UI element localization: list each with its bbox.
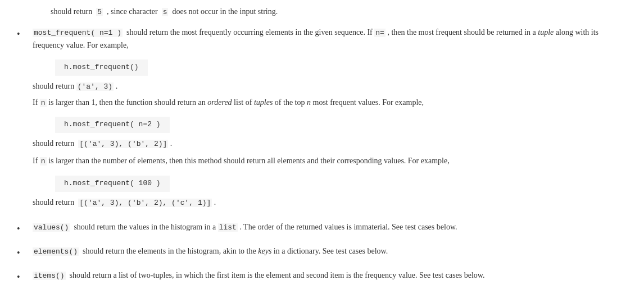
bullet-1: • <box>17 27 28 41</box>
if-n-100-desc: If n is larger than the number of elemen… <box>33 155 627 168</box>
code-block-most-frequent-100: h.most_frequent( 100 ) <box>55 176 170 192</box>
n-equals: n= <box>374 29 386 37</box>
list-code: list <box>218 223 238 232</box>
values-desc: values() should return the values in the… <box>33 221 627 234</box>
bullet-3: • <box>17 246 28 260</box>
sub-section-n-larger: If n is larger than 1, then the function… <box>33 97 627 150</box>
section-most-frequent: • most_frequent( n=1 ) should return the… <box>17 26 627 214</box>
elements-desc: elements() should return the elements in… <box>33 245 627 258</box>
values-method: values() <box>33 223 70 232</box>
return-tuple-a3: ('a', 3) <box>76 82 114 91</box>
elements-content: elements() should return the elements in… <box>33 245 627 261</box>
section-elements: • elements() should return the elements … <box>17 245 627 261</box>
if-n-larger-desc: If n is larger than 1, then the function… <box>33 97 627 109</box>
most-frequent-desc: most_frequent( n=1 ) should return the m… <box>33 26 627 52</box>
n-code-2: n <box>40 157 47 166</box>
items-method: items() <box>33 272 66 280</box>
sub-section-n-100: If n is larger than the number of elemen… <box>33 155 627 209</box>
page-content: should return 5 , since character s does… <box>17 6 627 294</box>
elements-method: elements() <box>33 247 79 256</box>
n-code-1: n <box>40 99 47 107</box>
top-line-end: does not occur in the input string. <box>172 7 278 16</box>
char-s: s <box>162 8 169 16</box>
code-block-most-frequent-n2: h.most_frequent( n=2 ) <box>55 117 170 133</box>
values-content: values() should return the values in the… <box>33 221 627 237</box>
n-italic: n <box>307 98 311 107</box>
code-block-most-frequent-1: h.most_frequent() <box>55 59 148 76</box>
should-return-100: should return [('a', 3), ('b', 2), ('c',… <box>33 196 627 209</box>
tuples-italic: tuples <box>254 98 273 107</box>
section-values: • values() should return the values in t… <box>17 221 627 237</box>
return-list-abc: [('a', 3), ('b', 2), ('c', 1)] <box>78 199 212 207</box>
most-frequent-method: most_frequent( n=1 ) <box>33 29 123 37</box>
ordered-italic: ordered <box>207 98 232 107</box>
bullet-4: • <box>17 270 28 284</box>
should-return-n2: should return [('a', 3), ('b', 2)] . <box>33 137 627 150</box>
return-value-5: 5 <box>96 8 103 16</box>
should-return-1: should return ('a', 3) . <box>33 80 627 93</box>
tuple-italic: tuple <box>538 28 554 36</box>
since-character-text: , since character <box>107 7 158 16</box>
most-frequent-content: most_frequent( n=1 ) should return the m… <box>33 26 627 214</box>
should-return-text: should return <box>51 7 92 16</box>
keys-italic: keys <box>258 247 271 255</box>
items-content: items() should return a list of two-tupl… <box>33 269 627 286</box>
bullet-2: • <box>17 222 28 236</box>
section-items: • items() should return a list of two-tu… <box>17 269 627 286</box>
return-list-ab: [('a', 3), ('b', 2)] <box>78 140 168 148</box>
items-desc: items() should return a list of two-tupl… <box>33 269 627 282</box>
top-line: should return 5 , since character s does… <box>17 6 627 19</box>
